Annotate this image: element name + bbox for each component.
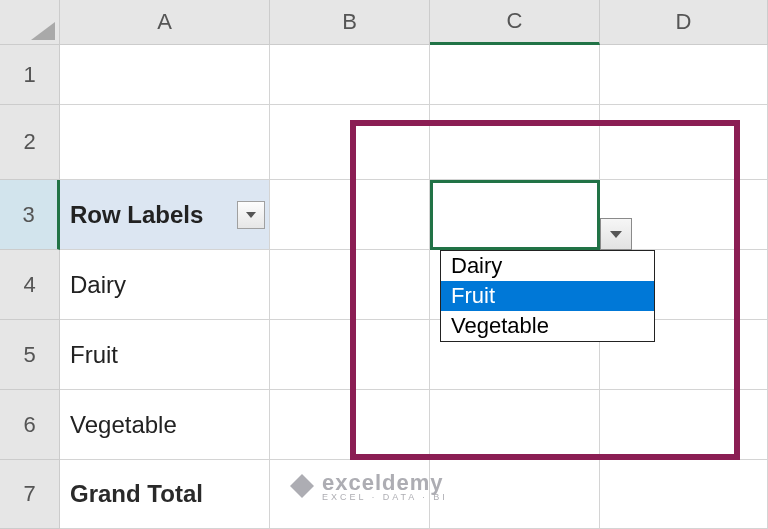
cell-A5[interactable]: Fruit [60, 320, 270, 390]
col-header-D[interactable]: D [600, 0, 768, 45]
col-header-A[interactable]: A [60, 0, 270, 45]
pivot-header-text: Row Labels [70, 201, 203, 229]
cell-A7-grand-total[interactable]: Grand Total [60, 460, 270, 529]
cell-A1[interactable] [60, 45, 270, 105]
watermark: exceldemy EXCEL · DATA · BI [290, 470, 448, 502]
cell-B4[interactable] [270, 250, 430, 320]
cell-B6[interactable] [270, 390, 430, 460]
row-header-2[interactable]: 2 [0, 105, 60, 180]
dropdown-option-dairy[interactable]: Dairy [441, 251, 654, 281]
cell-D2[interactable] [600, 105, 768, 180]
cell-B2[interactable] [270, 105, 430, 180]
cell-D1[interactable] [600, 45, 768, 105]
cell-A2[interactable] [60, 105, 270, 180]
spreadsheet-grid: A B C D 1 2 3 4 5 6 7 Row Labels Dairy F… [0, 0, 768, 529]
cell-C7[interactable] [430, 460, 600, 529]
col-header-C[interactable]: C [430, 0, 600, 45]
cell-B3[interactable] [270, 180, 430, 250]
row-header-1[interactable]: 1 [0, 45, 60, 105]
dropdown-option-vegetable[interactable]: Vegetable [441, 311, 654, 341]
row-header-3[interactable]: 3 [0, 180, 60, 250]
data-validation-dropdown-button[interactable] [600, 218, 632, 250]
cell-C2[interactable] [430, 105, 600, 180]
data-validation-dropdown-list[interactable]: Dairy Fruit Vegetable [440, 250, 655, 342]
cell-C1[interactable] [430, 45, 600, 105]
active-cell-C3[interactable] [430, 180, 600, 250]
cell-A6[interactable]: Vegetable [60, 390, 270, 460]
select-all-corner[interactable] [0, 0, 60, 45]
cell-C6[interactable] [430, 390, 600, 460]
row-header-7[interactable]: 7 [0, 460, 60, 529]
cell-A4[interactable]: Dairy [60, 250, 270, 320]
watermark-subtitle: EXCEL · DATA · BI [322, 492, 448, 502]
pivot-filter-button[interactable] [237, 201, 265, 229]
watermark-logo-icon [290, 474, 314, 498]
row-header-5[interactable]: 5 [0, 320, 60, 390]
row-header-4[interactable]: 4 [0, 250, 60, 320]
pivot-row-labels-header[interactable]: Row Labels [60, 180, 270, 250]
cell-B5[interactable] [270, 320, 430, 390]
cell-D7[interactable] [600, 460, 768, 529]
row-header-6[interactable]: 6 [0, 390, 60, 460]
cell-B1[interactable] [270, 45, 430, 105]
dropdown-option-fruit[interactable]: Fruit [441, 281, 654, 311]
cell-D6[interactable] [600, 390, 768, 460]
col-header-B[interactable]: B [270, 0, 430, 45]
